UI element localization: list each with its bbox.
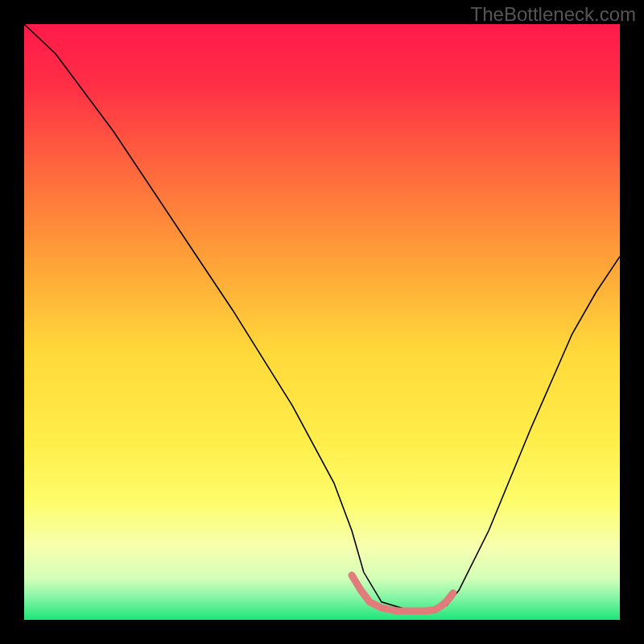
bottleneck-chart [24,24,620,620]
chart-background [24,24,620,620]
watermark-text: TheBottleneck.com [471,3,636,26]
chart-frame: TheBottleneck.com [0,0,644,644]
